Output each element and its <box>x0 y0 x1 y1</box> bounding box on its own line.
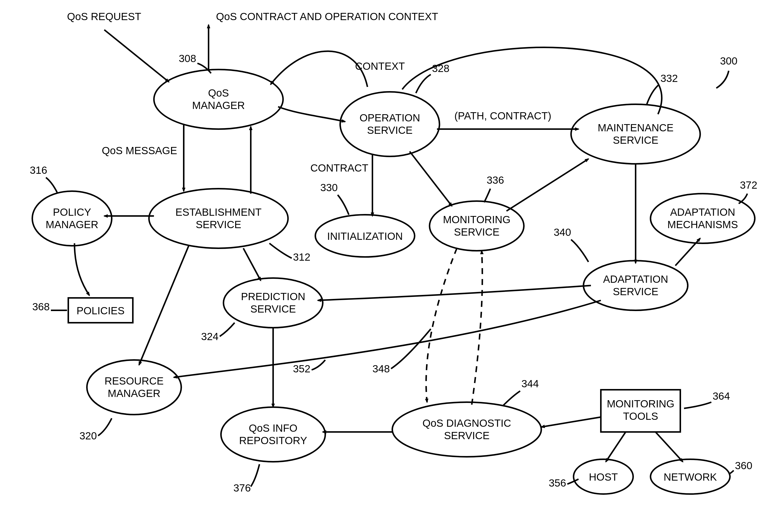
label: MANAGER <box>46 219 98 230</box>
label: INITIALIZATION <box>327 230 403 242</box>
ref-label: 328 <box>432 63 449 74</box>
label-context: CONTEXT <box>355 60 405 72</box>
ref-376: 376 <box>233 464 260 494</box>
ref-300: 300 <box>716 55 737 88</box>
label: MANAGER <box>108 387 160 399</box>
edge-tools-to-host <box>606 432 626 462</box>
ref-label: 308 <box>179 53 196 64</box>
ref-label: 344 <box>521 378 539 389</box>
label: SERVICE <box>444 430 490 442</box>
node-qos-manager: QoS MANAGER <box>154 70 283 129</box>
label: SERVICE <box>196 219 241 230</box>
label-qos-request: QoS REQUEST <box>67 11 141 22</box>
label: POLICY <box>53 206 91 218</box>
edge-op-to-monitoring <box>410 151 452 206</box>
ref-312: 312 <box>269 243 310 263</box>
ref-label: 352 <box>293 363 310 375</box>
svg-point-8 <box>583 261 688 310</box>
node-operation-service: OPERATION SERVICE <box>340 92 439 156</box>
label: MAINTENANCE <box>598 122 673 134</box>
node-maintenance-service: MAINTENANCE SERVICE <box>571 104 700 164</box>
edge-diag-to-monitoring-dashed <box>472 251 483 405</box>
ref-364: 364 <box>684 390 730 408</box>
ref-label: 320 <box>80 430 97 442</box>
ref-label: 364 <box>713 390 730 402</box>
ref-label: 324 <box>201 331 218 342</box>
ref-368: 368 <box>32 301 67 313</box>
label: SERVICE <box>454 226 499 238</box>
ref-340: 340 <box>554 226 588 262</box>
ref-label: 340 <box>554 226 571 238</box>
ref-372: 372 <box>739 179 757 204</box>
ref-label: 356 <box>549 477 566 489</box>
node-resource-manager: RESOURCE MANAGER <box>87 360 181 415</box>
label: REPOSITORY <box>239 435 307 446</box>
label: POLICIES <box>77 305 125 317</box>
node-monitoring-tools: MONITORING TOOLS <box>601 390 680 432</box>
label: RESOURCE <box>104 375 164 387</box>
qos-diagram: QoS MANAGER OPERATION SERVICE MAINTENANC… <box>0 0 761 532</box>
ref-label: 332 <box>661 73 678 84</box>
edge-tools-to-network <box>656 432 683 462</box>
edge-manager-to-operation <box>278 107 345 122</box>
ref-360: 360 <box>729 460 752 474</box>
svg-point-6 <box>430 201 524 251</box>
svg-point-11 <box>221 407 325 462</box>
label: PREDICTION <box>241 291 305 302</box>
label: QoS INFO <box>249 422 297 434</box>
label: SERVICE <box>367 124 413 136</box>
label: NETWORK <box>664 471 717 483</box>
ref-label: 368 <box>32 301 50 313</box>
node-initialization: INITIALIZATION <box>315 215 415 257</box>
node-establishment-service: ESTABLISHMENT SERVICE <box>149 189 288 248</box>
node-monitoring-service: MONITORING SERVICE <box>430 201 524 251</box>
label: MONITORING <box>607 398 674 410</box>
label-qos-message: QoS MESSAGE <box>102 145 177 156</box>
node-host: HOST <box>573 459 633 494</box>
edge-establishment-to-prediction <box>243 248 261 280</box>
node-policies: POLICIES <box>68 298 133 323</box>
label: QoS <box>208 87 229 99</box>
ref-324: 324 <box>201 323 235 342</box>
svg-point-0 <box>154 70 283 129</box>
ref-344: 344 <box>503 378 539 406</box>
node-qos-diagnostic-service: QoS DIAGNOSTIC SERVICE <box>392 402 541 457</box>
svg-point-7 <box>651 194 755 243</box>
label: MONITORING <box>443 214 510 225</box>
label: SERVICE <box>250 303 296 315</box>
svg-point-10 <box>87 360 181 415</box>
edge-monitoring-to-diag-dashed <box>426 248 457 402</box>
ref-label: 360 <box>735 460 752 471</box>
ref-320: 320 <box>80 418 112 442</box>
edge-context-loop <box>271 51 368 87</box>
node-adaptation-mechanisms: ADAPTATION MECHANISMS <box>651 194 755 243</box>
ref-336: 336 <box>484 174 504 202</box>
label: SERVICE <box>613 134 659 146</box>
svg-point-9 <box>223 278 323 328</box>
ref-label: 348 <box>373 363 390 375</box>
svg-point-12 <box>392 402 541 457</box>
label: ESTABLISHMENT <box>176 206 262 218</box>
ref-label: 300 <box>720 55 737 67</box>
label-contract: CONTRACT <box>310 162 368 174</box>
svg-point-4 <box>149 189 288 248</box>
edge-policymgr-to-policies <box>75 243 89 295</box>
node-network: NETWORK <box>651 459 730 494</box>
node-prediction-service: PREDICTION SERVICE <box>223 278 323 328</box>
ref-348: 348 <box>373 329 431 375</box>
ref-label: 330 <box>320 182 338 193</box>
label: SERVICE <box>613 286 659 297</box>
ref-label: 312 <box>293 251 310 263</box>
ref-316: 316 <box>30 164 57 192</box>
ref-label: 316 <box>30 164 47 176</box>
edge-tools-to-diag <box>541 417 601 427</box>
label: QoS DIAGNOSTIC <box>422 417 511 429</box>
ref-330: 330 <box>320 182 349 215</box>
label: TOOLS <box>623 410 658 422</box>
label: MECHANISMS <box>668 219 738 230</box>
ref-label: 376 <box>233 482 251 494</box>
label: HOST <box>589 471 618 483</box>
label: MANAGER <box>192 99 245 111</box>
node-qos-info-repository: QoS INFO REPOSITORY <box>221 407 325 462</box>
svg-point-3 <box>32 191 112 246</box>
